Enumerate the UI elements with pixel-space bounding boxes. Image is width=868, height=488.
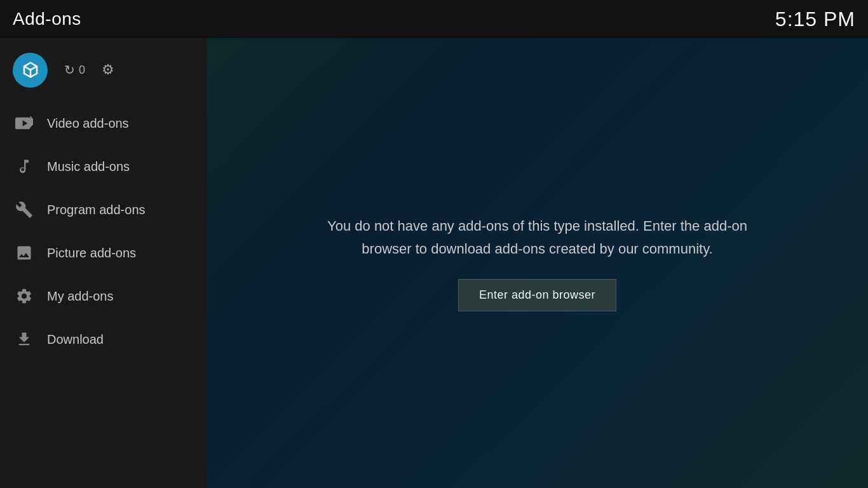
enter-addon-browser-button[interactable]: Enter add-on browser xyxy=(458,279,616,311)
picture-icon xyxy=(13,241,36,264)
addon-package-button[interactable] xyxy=(13,53,48,88)
content-message: You do not have any add-ons of this type… xyxy=(315,215,760,311)
video-icon xyxy=(13,112,36,135)
no-addons-message: You do not have any add-ons of this type… xyxy=(315,215,760,259)
refresh-count: 0 xyxy=(79,64,85,77)
music-addons-label: Music add-ons xyxy=(47,159,130,174)
page-title: Add-ons xyxy=(13,9,81,29)
header: Add-ons 5:15 PM xyxy=(0,0,868,38)
sidebar-item-download[interactable]: Download xyxy=(0,318,207,361)
sidebar: ↻ 0 ⚙ Video add-ons xyxy=(0,38,207,488)
picture-addons-label: Picture add-ons xyxy=(47,246,136,261)
nav-items: Video add-ons Music add-ons Progra xyxy=(0,95,207,361)
clock: 5:15 PM xyxy=(775,8,855,31)
settings-icon[interactable]: ⚙ xyxy=(102,62,114,78)
my-addons-icon xyxy=(13,285,36,308)
music-icon xyxy=(13,155,36,178)
sidebar-topbar: ↻ 0 ⚙ xyxy=(0,38,207,95)
sidebar-item-program-addons[interactable]: Program add-ons xyxy=(0,188,207,231)
sidebar-item-music-addons[interactable]: Music add-ons xyxy=(0,145,207,188)
content-area: You do not have any add-ons of this type… xyxy=(207,38,868,488)
refresh-icon[interactable]: ↻ xyxy=(64,62,75,78)
download-icon xyxy=(13,328,36,351)
program-addons-label: Program add-ons xyxy=(47,203,146,217)
video-addons-label: Video add-ons xyxy=(47,116,129,131)
main-layout: ↻ 0 ⚙ Video add-ons xyxy=(0,38,868,488)
sidebar-item-picture-addons[interactable]: Picture add-ons xyxy=(0,231,207,274)
sidebar-item-my-addons[interactable]: My add-ons xyxy=(0,274,207,318)
my-addons-label: My add-ons xyxy=(47,289,114,304)
sidebar-item-video-addons[interactable]: Video add-ons xyxy=(0,102,207,145)
refresh-group: ↻ 0 xyxy=(64,62,85,78)
program-icon xyxy=(13,198,36,221)
download-label: Download xyxy=(47,332,104,347)
